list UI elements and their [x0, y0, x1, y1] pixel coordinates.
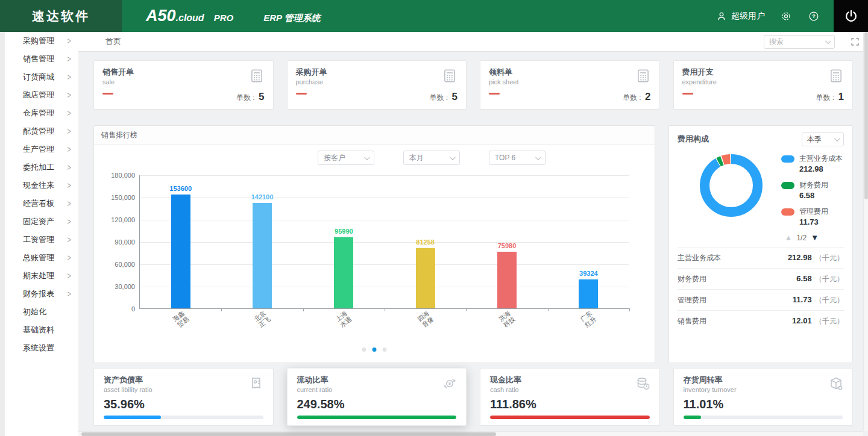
- count-label: 单数 :: [236, 93, 257, 102]
- username: 超级用户: [731, 11, 765, 22]
- expense-row-label: 管理费用: [678, 295, 706, 305]
- stat-card-1[interactable]: 销售开单sale 单数 : 5: [93, 60, 274, 110]
- bar-广东红升[interactable]: [579, 279, 598, 308]
- sidebar-item-13[interactable]: 总账管理>: [5, 249, 78, 267]
- logo-block[interactable]: 速达软件: [0, 0, 122, 32]
- legend-item-1[interactable]: 主营业务成本212.98: [781, 154, 843, 173]
- sidebar-item-4[interactable]: 跑店管理>: [5, 86, 78, 104]
- sidebar-item-3[interactable]: 订货商城>: [5, 68, 78, 86]
- legend-value: 6.58: [799, 191, 843, 200]
- carousel-dots: [362, 347, 387, 352]
- sidebar-item-11[interactable]: 固定资产>: [5, 213, 78, 231]
- sidebar-item-6[interactable]: 配货管理>: [5, 122, 78, 140]
- chevron-down-icon: [364, 154, 370, 160]
- legend-item-3[interactable]: 管理费用11.73: [781, 207, 843, 226]
- fullscreen-icon[interactable]: [851, 37, 860, 46]
- help-button[interactable]: ?: [807, 10, 820, 23]
- user-menu[interactable]: 超级用户: [715, 10, 765, 22]
- ratio-card-1[interactable]: 资产负债率asset libility ratio 35.96%: [93, 368, 274, 426]
- bar-四海音像[interactable]: [416, 248, 435, 308]
- chevron-right-icon: >: [68, 163, 71, 172]
- sidebar-item-label: 委托加工: [23, 162, 54, 173]
- sales-bar-chart: 180,000150,000120,00090,00060,00030,0000…: [139, 175, 629, 309]
- ratio-card-2[interactable]: 流动比率current ratio ¥ 249.58%: [287, 368, 467, 426]
- ratio-card-title: 存货周转率: [684, 375, 843, 385]
- power-icon: [843, 8, 859, 24]
- filter-period-select[interactable]: 本月: [403, 151, 460, 165]
- stat-card-count: 单数 : 1: [816, 91, 844, 103]
- carousel-dot-1[interactable]: [362, 347, 366, 352]
- sidebar-item-label: 基础资料: [23, 325, 54, 335]
- vertical-scrollbar-thumb[interactable]: [864, 32, 868, 199]
- horizontal-scrollbar-thumb[interactable]: [81, 432, 496, 436]
- ratio-card-3[interactable]: 现金比率cash ratio 111.86%: [480, 368, 660, 426]
- carousel-dot-3[interactable]: [383, 347, 387, 352]
- sidebar-item-2[interactable]: 销售管理>: [5, 50, 78, 68]
- bar-北京正飞[interactable]: [253, 203, 272, 308]
- sidebar-item-8[interactable]: 委托加工>: [5, 158, 78, 176]
- sidebar-item-7[interactable]: 生产管理>: [5, 140, 78, 158]
- chevron-right-icon: >: [68, 90, 71, 100]
- vertical-scrollbar[interactable]: [863, 32, 868, 431]
- ratio-progress-fill: [490, 416, 650, 419]
- y-axis-tick-label: 0: [99, 305, 135, 313]
- settings-button[interactable]: [779, 10, 793, 23]
- sidebar-item-label: 生产管理: [23, 144, 54, 155]
- stat-card-count: 单数 : 5: [236, 91, 264, 103]
- sidebar-item-label: 订货商城: [23, 72, 54, 83]
- user-icon: [715, 10, 728, 22]
- breadcrumb-home[interactable]: 首页: [105, 36, 121, 47]
- chevron-right-icon: >: [68, 199, 71, 208]
- stat-card-2[interactable]: 采购开单purchase 单数 : 5: [287, 60, 467, 110]
- stat-card-4[interactable]: 费用开支expenditure 单数 : 1: [673, 60, 854, 110]
- filter-dimension-select[interactable]: 按客户: [318, 151, 374, 165]
- brand: A50 .cloud PRO ERP 管理系统: [146, 7, 321, 25]
- trend-dash: [102, 93, 113, 95]
- ratio-card-row: 资产负债率asset libility ratio 35.96%流动比率curr…: [93, 368, 853, 426]
- grid-line: [140, 198, 629, 198]
- sidebar-item-18[interactable]: 系统设置: [5, 339, 78, 357]
- bar-洪海科技[interactable]: [497, 252, 517, 308]
- sidebar-scroll-gutter[interactable]: [0, 32, 5, 436]
- chevron-right-icon: >: [68, 271, 71, 281]
- legend-swatch: [781, 208, 794, 216]
- sidebar-item-15[interactable]: 财务报表>: [5, 285, 78, 303]
- stat-card-3[interactable]: 领料单pick sheet 单数 : 2: [480, 60, 660, 110]
- chevron-right-icon: >: [68, 253, 71, 263]
- sidebar-item-1[interactable]: 采购管理>: [5, 32, 78, 50]
- sidebar-item-label: 初始化: [23, 307, 46, 317]
- ratio-card-subtitle: cash ratio: [490, 386, 650, 393]
- product-name: A50: [146, 7, 176, 25]
- bar-上海水通[interactable]: [334, 237, 353, 308]
- legend-item-2[interactable]: 财务费用6.58: [781, 180, 843, 200]
- ratio-card-4[interactable]: 存货周转率inventory turnover 11.01%: [673, 368, 854, 426]
- sidebar-item-16[interactable]: 初始化: [5, 303, 78, 321]
- stat-card-icon-wrap: [828, 68, 844, 86]
- expense-period-select[interactable]: 本季: [802, 132, 844, 146]
- x-axis-tick: [466, 308, 467, 311]
- pager-up-arrow[interactable]: ▲: [785, 233, 793, 242]
- horizontal-scrollbar[interactable]: [78, 431, 863, 436]
- filter-top-select[interactable]: TOP 6: [489, 151, 546, 165]
- sidebar-item-12[interactable]: 工资管理>: [5, 231, 78, 249]
- sidebar-item-17[interactable]: 基础资料: [5, 321, 78, 339]
- stat-card-icon-wrap: [635, 68, 651, 86]
- pager-down-arrow[interactable]: ▼: [811, 233, 819, 242]
- sidebar-item-5[interactable]: 仓库管理>: [5, 104, 78, 122]
- ratio-card-title: 现金比率: [490, 375, 650, 385]
- grid-line: [140, 175, 629, 176]
- global-search-select[interactable]: 搜索: [764, 35, 835, 49]
- bar-海鑫贸易[interactable]: [171, 195, 190, 308]
- donut-segment-主营业务成本[interactable]: [705, 159, 758, 212]
- inventory-box-icon: [828, 376, 844, 391]
- calculator-icon: [249, 68, 265, 84]
- chevron-right-icon: >: [68, 235, 71, 244]
- y-axis-tick-label: 60,000: [99, 261, 135, 268]
- sidebar-item-14[interactable]: 期末处理>: [5, 267, 78, 285]
- stat-card-subtitle: purchase: [296, 78, 458, 86]
- sidebar-item-9[interactable]: 现金往来>: [5, 176, 78, 195]
- carousel-dot-2[interactable]: [373, 347, 377, 352]
- logout-button[interactable]: [834, 0, 868, 32]
- sidebar-item-10[interactable]: 经营看板>: [5, 195, 78, 213]
- stat-card-title: 费用开支: [682, 67, 844, 78]
